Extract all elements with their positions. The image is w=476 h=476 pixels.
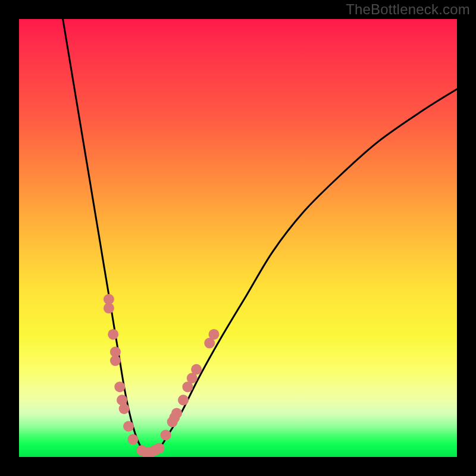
curve-marker xyxy=(110,355,121,366)
curve-marker xyxy=(161,430,171,440)
plot-area xyxy=(19,19,457,457)
curve-marker xyxy=(178,394,189,405)
curve-marker xyxy=(154,443,165,453)
curve-marker xyxy=(104,303,114,314)
curve-marker xyxy=(108,329,118,340)
chart-svg xyxy=(19,19,457,457)
watermark-text: TheBottleneck.com xyxy=(346,1,470,18)
curve-marker xyxy=(123,421,134,432)
curve-marker xyxy=(114,381,125,392)
curve-marker xyxy=(127,434,138,445)
curve-marker xyxy=(191,364,202,375)
outer-frame: TheBottleneck.com xyxy=(0,0,476,476)
curve-marker xyxy=(119,403,130,414)
curve-marker xyxy=(171,408,182,418)
curve-markers xyxy=(104,294,220,457)
curve-marker xyxy=(209,329,220,340)
